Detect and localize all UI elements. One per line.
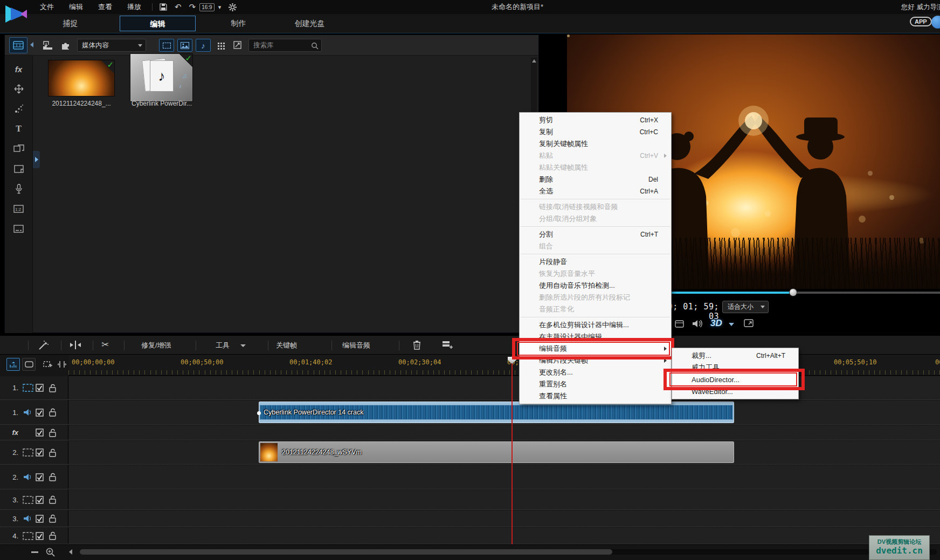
track-lock-icon[interactable] (49, 408, 56, 417)
user-greeting[interactable]: 您好 威力导演 (901, 0, 940, 14)
menubar-item[interactable]: 编辑 (61, 0, 91, 14)
zoom-fit-dropdown[interactable]: 适合大小 (722, 301, 769, 313)
track-lock-icon[interactable] (49, 473, 56, 481)
context-menu-item-13[interactable]: 使用自动音乐节拍检测... (520, 280, 671, 292)
context-menu-item-21[interactable]: 重置别名 (520, 378, 671, 390)
undo-icon[interactable]: ↶ (175, 1, 182, 13)
track-lock-icon[interactable] (49, 428, 56, 437)
context-menu-item-6[interactable]: 全选Ctrl+A (520, 185, 671, 197)
rail-subtitle-icon[interactable] (12, 223, 26, 234)
context-menu-item-4[interactable]: 粘贴关键帧属性 (520, 162, 671, 174)
track-enable-checkbox[interactable] (36, 473, 44, 481)
track-lane-6[interactable] (68, 510, 940, 527)
delete-trash-icon[interactable] (413, 340, 421, 350)
rail-effects-icon[interactable]: fx (12, 63, 26, 75)
magic-wand-icon[interactable] (38, 340, 50, 351)
track-enable-checkbox[interactable] (36, 515, 44, 523)
track-lane-2[interactable] (68, 425, 940, 440)
redo-icon[interactable]: ↷ (189, 1, 196, 13)
context-menu-item-12[interactable]: 恢复为原音量水平 (520, 268, 671, 280)
library-item-music[interactable]: ♪ ♫ ♪ ✓ (130, 53, 193, 102)
track-lock-icon[interactable] (49, 448, 56, 457)
filter-video-button[interactable] (159, 39, 174, 52)
rail-particle-icon[interactable] (12, 103, 26, 115)
timeline-hscrollbar[interactable] (80, 549, 937, 555)
keyframe-button[interactable]: 关键帧 (276, 336, 297, 355)
track-lock-icon[interactable] (49, 531, 56, 540)
context-menu-item-8[interactable]: 分组/取消分组对象 (520, 213, 671, 225)
fullscreen-icon[interactable] (744, 319, 754, 327)
track-enable-checkbox[interactable] (36, 496, 44, 504)
fix-enhance-button[interactable]: 修复/增强 (141, 336, 171, 355)
audio-submenu-item-3[interactable]: WaveEditor... (672, 385, 798, 397)
rail-adjust-icon[interactable] (12, 83, 26, 95)
media-category-dropdown[interactable]: 媒体内容 (77, 39, 146, 52)
track-enable-checkbox[interactable] (36, 384, 44, 392)
context-menu-item-10[interactable]: 组合 (520, 240, 671, 252)
context-menu-item-5[interactable]: 删除Del (520, 174, 671, 185)
add-track-icon[interactable] (41, 358, 54, 371)
context-menu-item-15[interactable]: 音频正常化 (520, 303, 671, 315)
range-select-icon[interactable] (55, 358, 68, 371)
snapshot-icon[interactable] (675, 320, 684, 328)
zoom-magnifier-icon[interactable] (45, 547, 56, 557)
plugin-puzzle-icon[interactable] (61, 40, 71, 50)
timeline-ruler-button[interactable] (6, 358, 20, 371)
track-enable-checkbox[interactable] (36, 532, 44, 540)
context-menu-item-18[interactable]: 编辑音频 (520, 343, 671, 355)
import-media-icon[interactable] (43, 40, 53, 50)
audio-submenu-item-0[interactable]: 裁剪...Ctrl+Alt+T (672, 350, 798, 362)
filter-photo-button[interactable] (177, 39, 192, 52)
context-menu-item-14[interactable]: 删除所选片段的所有片段标记 (520, 292, 671, 303)
tab-2[interactable]: 制作 (208, 16, 269, 31)
track-enable-checkbox[interactable] (36, 448, 44, 457)
context-menu-item-20[interactable]: 更改别名... (520, 367, 671, 378)
aspect-ratio-selector[interactable]: 16:9 (199, 3, 214, 11)
context-menu-item-3[interactable]: 粘贴Ctrl+V (520, 150, 671, 162)
context-menu-item-9[interactable]: 分割Ctrl+T (520, 229, 671, 240)
3d-chevron-icon[interactable] (729, 323, 734, 326)
filter-music-button[interactable]: ♪ (196, 39, 211, 52)
context-menu-item-16[interactable]: 在多机位剪辑设计器中编辑... (520, 319, 671, 331)
storyboard-view-button[interactable] (22, 358, 36, 371)
edit-audio-button[interactable]: 编辑音频 (342, 336, 370, 355)
context-menu-item-19[interactable]: 编辑片段关键帧 (520, 355, 671, 367)
app-badge[interactable]: APP (910, 17, 932, 26)
context-menu-item-7[interactable]: 链接/取消链接视频和音频 (520, 201, 671, 213)
volume-speaker-icon[interactable] (692, 319, 703, 328)
context-menu-item-2[interactable]: 复制关键帧属性 (520, 138, 671, 150)
rail-record-icon[interactable] (12, 183, 26, 195)
rail-pip-object-icon[interactable] (12, 163, 26, 175)
rail-transition-icon[interactable] (12, 143, 26, 155)
split-clip-icon[interactable] (69, 340, 82, 350)
scissors-trim-icon[interactable]: ✂ (101, 339, 109, 350)
grid-view-icon[interactable] (217, 42, 225, 50)
seek-handle[interactable] (789, 288, 797, 296)
settings-gear-icon[interactable] (229, 3, 237, 11)
rail-expander[interactable] (33, 151, 40, 168)
track-lane-4[interactable] (68, 465, 940, 489)
track-lock-icon[interactable] (49, 384, 56, 392)
audio-submenu-item-1[interactable]: 威力工具 (672, 362, 798, 374)
aspect-chevron-icon[interactable]: ▾ (218, 1, 222, 13)
scroll-left-icon[interactable] (69, 549, 72, 555)
track-lane-0[interactable] (68, 376, 940, 400)
rail-chapter-icon[interactable]: 1:2 (12, 203, 26, 215)
context-menu-item-22[interactable]: 查看属性 (520, 390, 671, 402)
tab-3[interactable]: 创建光盘 (279, 16, 341, 31)
track-manager-icon[interactable] (442, 340, 453, 350)
context-menu-item-11[interactable]: 片段静音 (520, 256, 671, 268)
zoom-out-icon[interactable] (31, 551, 38, 553)
track-lane-5[interactable] (68, 490, 940, 510)
timeline-clip-audio[interactable]: Cyberlink PowerDirector 14 crack (259, 402, 734, 423)
menubar-item[interactable]: 文件 (32, 0, 61, 14)
track-enable-checkbox[interactable] (36, 409, 44, 417)
track-lock-icon[interactable] (49, 495, 56, 504)
track-lane-7[interactable] (68, 528, 940, 544)
resize-thumbnails-icon[interactable] (233, 41, 241, 49)
audio-submenu-item-2[interactable]: AudioDirector... (672, 374, 798, 385)
context-menu-item-17[interactable]: 在主题设计器中编辑 (520, 331, 671, 343)
scrollbar-thumb[interactable] (80, 549, 612, 555)
media-room-button[interactable] (9, 37, 27, 53)
timeline-clip-video[interactable]: 20121124224248_wSYVm (259, 441, 734, 463)
